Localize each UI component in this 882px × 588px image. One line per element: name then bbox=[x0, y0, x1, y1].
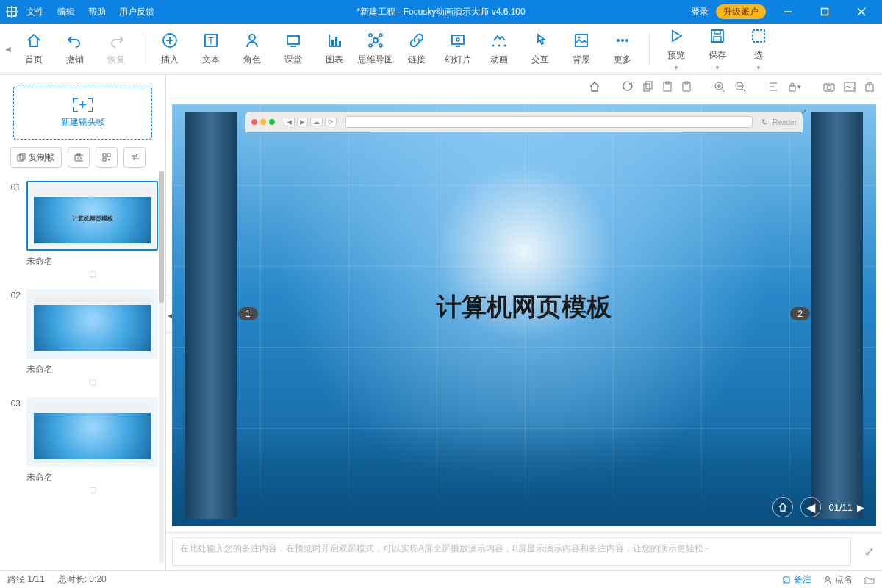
toolbar-slide-button[interactable]: 幻灯片 bbox=[437, 27, 478, 71]
menu-feedback[interactable]: 用户反馈 bbox=[119, 6, 154, 18]
toolbar-role-button[interactable]: 角色 bbox=[232, 27, 273, 71]
svg-point-74 bbox=[826, 576, 830, 580]
slide-headline[interactable]: 计算机网页模板 bbox=[172, 290, 876, 324]
slide-number: 01 bbox=[7, 181, 21, 284]
align-icon[interactable] bbox=[768, 81, 778, 93]
toolbar-redo-button[interactable]: 恢复 bbox=[96, 27, 137, 71]
qr-button[interactable] bbox=[96, 147, 118, 168]
minimize-button[interactable] bbox=[773, 0, 803, 24]
slide-thumbnail[interactable]: 02 未命名 ▢ bbox=[7, 289, 158, 392]
lock-icon[interactable]: ▾ bbox=[787, 81, 801, 93]
svg-point-37 bbox=[617, 39, 620, 42]
toolbar-chart-button[interactable]: 图表 bbox=[314, 27, 355, 71]
svg-line-64 bbox=[742, 89, 745, 92]
maximize-button[interactable] bbox=[810, 0, 839, 24]
timer-icon: ▢ bbox=[26, 268, 158, 284]
canvas-viewport[interactable]: ◀ ◀▶☁⟳ ↻ Reader ⤢ 1 2 计算机网页模板 bbox=[166, 98, 882, 532]
notes-expand-button[interactable]: ⤢ bbox=[856, 533, 882, 570]
timer-icon: ▢ bbox=[26, 484, 158, 501]
notes-input[interactable]: 在此处输入您的备注内容，在预览时开启双屏模式，可以实现A屏全屏播放演示内容，B屏… bbox=[172, 537, 851, 566]
svg-line-60 bbox=[722, 89, 725, 92]
slide-title: 未命名 bbox=[26, 471, 158, 484]
toolbar-home-button[interactable]: 首页 bbox=[13, 27, 54, 71]
svg-rect-55 bbox=[646, 82, 652, 89]
notes-link[interactable]: 备注 bbox=[782, 573, 811, 586]
slide-thumbnail[interactable]: 01 计算机网页模板 未命名 ▢ bbox=[7, 181, 158, 284]
slide-title: 未命名 bbox=[26, 255, 158, 268]
menu-file[interactable]: 文件 bbox=[26, 6, 44, 18]
svg-rect-51 bbox=[107, 154, 110, 157]
svg-line-25 bbox=[372, 37, 375, 40]
app-logo bbox=[0, 6, 24, 18]
toolbar-insert-button[interactable]: 插入 bbox=[149, 27, 190, 71]
sidebar-scrollbar[interactable] bbox=[159, 171, 164, 563]
upgrade-button[interactable]: 升级账户 bbox=[716, 4, 766, 19]
swap-button[interactable] bbox=[123, 147, 146, 168]
svg-point-21 bbox=[369, 34, 372, 37]
toolbar-interact-button[interactable]: 交互 bbox=[520, 27, 561, 71]
nav-home-button[interactable] bbox=[772, 497, 793, 517]
svg-rect-17 bbox=[331, 40, 334, 46]
svg-point-12 bbox=[249, 35, 255, 40]
svg-point-23 bbox=[369, 44, 372, 47]
svg-marker-40 bbox=[673, 31, 681, 41]
toolbar-collapse-left[interactable]: ◀ bbox=[3, 24, 13, 75]
toolbar-bg-button[interactable]: 背景 bbox=[561, 27, 602, 71]
status-folder-icon[interactable] bbox=[864, 576, 875, 584]
home-icon[interactable] bbox=[589, 81, 600, 93]
copy-icon[interactable] bbox=[643, 81, 653, 93]
paste-icon[interactable] bbox=[662, 81, 673, 93]
svg-rect-52 bbox=[103, 158, 106, 161]
zoom-out-icon[interactable] bbox=[734, 81, 746, 93]
nav-prev-button[interactable]: ◀ bbox=[800, 497, 821, 517]
toolbar-save-button[interactable]: 保存▼ bbox=[697, 27, 738, 71]
camera-button[interactable] bbox=[68, 147, 90, 168]
camera-icon[interactable] bbox=[823, 82, 835, 92]
toolbar-undo-button[interactable]: 撤销 bbox=[54, 27, 96, 71]
copy-frame-button[interactable]: 复制帧 bbox=[10, 147, 62, 168]
toolbar-preview-button[interactable]: 预览▼ bbox=[656, 27, 697, 71]
canvas-nav: ◀ 01/11▶ bbox=[772, 497, 864, 517]
toolbar-select-button[interactable]: 选▼ bbox=[738, 27, 779, 71]
clipboard-icon[interactable] bbox=[681, 81, 692, 93]
menu-help[interactable]: 帮助 bbox=[88, 6, 106, 18]
close-button[interactable] bbox=[847, 0, 876, 24]
svg-point-38 bbox=[621, 39, 624, 42]
status-duration: 总时长: 0:20 bbox=[58, 573, 107, 586]
toolbar-mindmap-button[interactable]: 思维导图 bbox=[355, 27, 396, 71]
svg-rect-53 bbox=[108, 159, 110, 160]
slide-list: 01 计算机网页模板 未命名 ▢ 02 未命名 ▢ 03 未命名 ▢ bbox=[0, 175, 165, 570]
slide-number: 02 bbox=[7, 289, 21, 392]
slide-thumbnail[interactable]: 03 未命名 ▢ bbox=[7, 397, 158, 501]
slide-number: 03 bbox=[7, 397, 21, 501]
toolbar: ◀ 首页撤销恢复 插入T文本角色课堂图表思维导图链接幻灯片动画交互背景更多 预览… bbox=[0, 24, 882, 75]
new-frame-button[interactable]: + 新建镜头帧 bbox=[13, 87, 152, 140]
svg-rect-69 bbox=[789, 86, 795, 91]
toolbar-text-button[interactable]: T文本 bbox=[190, 27, 232, 71]
svg-rect-47 bbox=[75, 155, 83, 161]
svg-rect-35 bbox=[576, 35, 587, 46]
svg-rect-29 bbox=[452, 35, 464, 44]
svg-point-36 bbox=[578, 37, 581, 39]
toolbar-anim-button[interactable]: 动画 bbox=[478, 27, 520, 71]
svg-line-27 bbox=[372, 42, 375, 45]
export-icon[interactable] bbox=[864, 81, 875, 93]
svg-rect-42 bbox=[714, 30, 720, 34]
stage[interactable]: ◀▶☁⟳ ↻ Reader ⤢ 1 2 计算机网页模板 ◀ 01/11▶ bbox=[172, 104, 876, 526]
rotate-left-icon[interactable] bbox=[623, 81, 634, 93]
menu-edit[interactable]: 编辑 bbox=[57, 6, 75, 18]
attention-link[interactable]: 点名 bbox=[823, 573, 853, 586]
svg-rect-50 bbox=[103, 154, 106, 157]
toolbar-more-button[interactable]: 更多 bbox=[602, 27, 643, 71]
svg-point-34 bbox=[504, 45, 506, 47]
toolbar-link-button[interactable]: 链接 bbox=[396, 27, 437, 71]
svg-text:T: T bbox=[208, 36, 214, 46]
zoom-in-icon[interactable] bbox=[714, 81, 725, 93]
sidebar-tools: 复制帧 bbox=[0, 147, 165, 175]
canvas-toolbar: ▾ bbox=[166, 75, 882, 98]
titlebar: 文件 编辑 帮助 用户反馈 *新建工程 - Focusky动画演示大师 v4.6… bbox=[0, 0, 882, 24]
toolbar-class-button[interactable]: 课堂 bbox=[273, 27, 314, 71]
svg-point-48 bbox=[78, 157, 81, 159]
screenshot-icon[interactable] bbox=[844, 82, 856, 92]
login-link[interactable]: 登录 bbox=[691, 6, 709, 18]
